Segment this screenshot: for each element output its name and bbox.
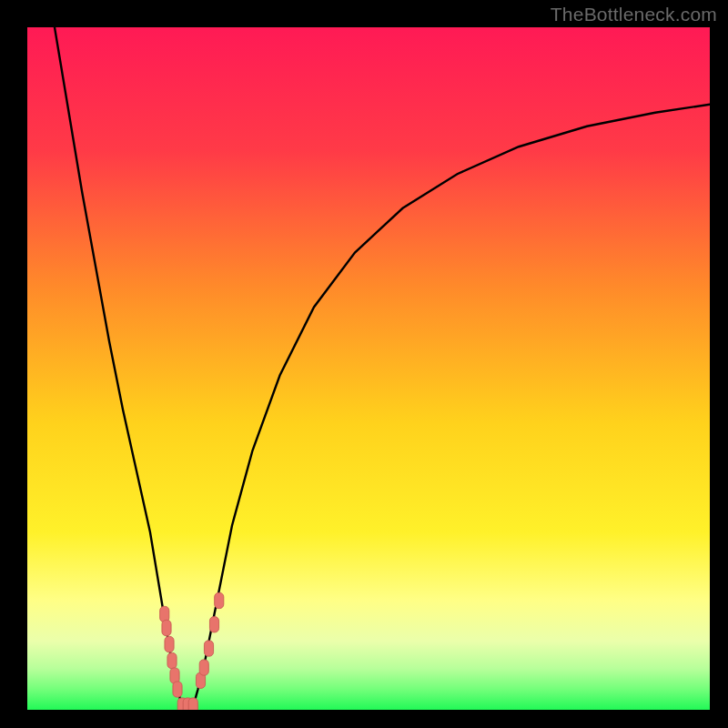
marker-right <box>209 617 218 632</box>
chart-stage: TheBottleneck.com <box>0 0 728 728</box>
marker-right <box>199 660 208 675</box>
marker-right <box>215 592 224 608</box>
curve-left-branch <box>55 27 182 706</box>
marker-left <box>165 636 174 652</box>
marker-left <box>162 620 171 635</box>
curve-right-branch <box>193 105 710 707</box>
plot-area <box>27 27 710 710</box>
marker-left <box>167 652 177 668</box>
bottleneck-curve <box>55 27 710 706</box>
marker-floor <box>188 698 197 710</box>
marker-left <box>173 682 182 697</box>
curve-layer <box>27 27 710 710</box>
marker-right <box>204 641 213 656</box>
watermark-text: TheBottleneck.com <box>551 4 717 25</box>
